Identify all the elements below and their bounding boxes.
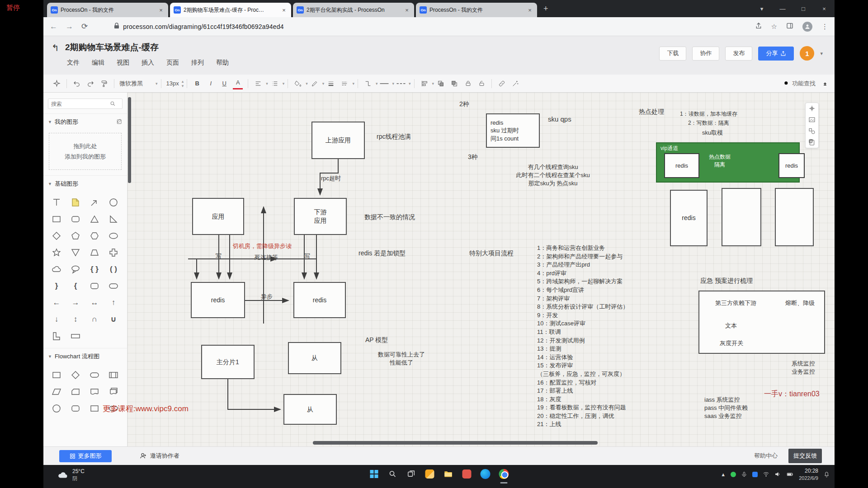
flow-box[interactable] <box>775 188 814 246</box>
tab-close-icon[interactable]: × <box>280 7 288 14</box>
bookmark-star-icon[interactable]: ☆ <box>771 23 777 31</box>
feature-search[interactable]: 功能查找 <box>783 80 816 88</box>
basic-shape-inv-triangle[interactable] <box>66 244 85 261</box>
basic-shape-glyph↑[interactable]: ↑ <box>104 294 123 311</box>
basic-shape-glyph↕[interactable]: ↕ <box>66 311 85 328</box>
basic-shape-pentagon[interactable] <box>66 227 85 244</box>
browser-tab[interactable]: OnProcessOn - 我的文件× <box>416 3 537 17</box>
flow-box[interactable]: 下游 应用 <box>294 198 347 235</box>
microphone-icon[interactable] <box>741 471 747 478</box>
project-process-list[interactable]: 1：商务和运营在创新业务 2：架构师和产品经理要一起参与 3：产品经理产出prd… <box>537 244 628 429</box>
canvas-label[interactable]: 1：读数据，加本地缓存 <box>680 110 737 118</box>
shapes-panel-icon[interactable] <box>808 127 816 135</box>
canvas-label[interactable]: 死连接等 <box>255 253 278 262</box>
line-dashed-icon[interactable] <box>396 78 406 89</box>
basic-shape-callout[interactable] <box>66 261 85 277</box>
vip-redis-box[interactable]: redis <box>664 153 699 178</box>
feedback-button[interactable]: 提交反馈 <box>788 449 822 463</box>
flowchart-shape-diamond[interactable] <box>66 366 85 383</box>
canvas-label[interactable]: 应急 预案进行梳理 <box>700 277 753 286</box>
browser-tab[interactable]: On2期平台化架构实战 - ProcessOn× <box>293 3 414 17</box>
shape-search-box[interactable] <box>48 99 123 109</box>
menu-视图[interactable]: 视图 <box>117 59 129 67</box>
basic-shape-glyph←[interactable]: ← <box>47 294 66 311</box>
lock-icon[interactable] <box>463 78 473 89</box>
flow-box[interactable]: 从 <box>288 342 341 374</box>
forward-icon[interactable]: → <box>66 22 73 31</box>
flow-box[interactable]: 主分片1 <box>201 345 255 379</box>
undo-icon[interactable] <box>72 78 82 89</box>
edit-shapes-icon[interactable] <box>116 118 123 126</box>
url-text[interactable]: processon.com/diagraming/61cc4f19f346fb0… <box>123 23 283 30</box>
basic-shape-glyph{ }[interactable]: { } <box>85 261 104 277</box>
basic-shape-ellipse[interactable] <box>104 227 123 244</box>
more-shapes-button[interactable]: 更多图形 <box>59 450 112 462</box>
diagram-canvas[interactable]: vip通道 redis 热点数据 隔离 redis 1：商务和运营在创新业务 2… <box>127 93 835 446</box>
underline-button[interactable]: U <box>219 78 229 89</box>
font-family-select[interactable]: 微软雅黑 <box>119 78 153 89</box>
canvas-label[interactable]: 热点处理 <box>639 108 664 117</box>
flow-box[interactable]: redis <box>670 190 708 246</box>
basic-shape-l-shape[interactable] <box>47 328 66 344</box>
basic-shape-glyph↔[interactable]: ↔ <box>85 294 104 311</box>
canvas-vertical-scrollbar[interactable] <box>128 97 131 183</box>
lock-icon[interactable] <box>114 23 119 31</box>
canvas-label[interactable]: iass 系统监控 pass 中间件依赖 saas 业务监控 <box>704 396 748 421</box>
basic-shape-glyph( )[interactable]: ( ) <box>104 261 123 277</box>
basic-shape-star[interactable] <box>47 244 66 261</box>
basic-shape-rect-wide[interactable] <box>66 328 85 344</box>
battery-icon[interactable] <box>786 471 794 478</box>
basic-shape-right-triangle[interactable] <box>104 211 123 227</box>
download-button[interactable]: 下载 <box>659 47 686 61</box>
maximize-button[interactable]: □ <box>793 0 814 17</box>
notification-bell-icon[interactable] <box>823 471 830 478</box>
taskbar-icon-chrome[interactable] <box>498 468 510 480</box>
basic-shape-glyph{[interactable]: { <box>66 277 85 294</box>
flowchart-shape-circle[interactable] <box>47 400 66 417</box>
basic-shape-glyph∩[interactable]: ∩ <box>85 311 104 328</box>
redo-icon[interactable] <box>85 78 95 89</box>
basic-shape-stadium[interactable] <box>104 277 123 294</box>
user-avatar[interactable]: 1 <box>800 46 814 61</box>
help-center-link[interactable]: 帮助中心 <box>754 452 778 460</box>
flowchart-shape-subprocess[interactable] <box>104 366 123 383</box>
basic-shape-note[interactable] <box>66 194 85 211</box>
list-icon[interactable] <box>270 78 280 89</box>
avatar-chevron-icon[interactable]: ▾ <box>820 51 823 56</box>
canvas-label[interactable]: sku qps <box>548 114 571 124</box>
basic-shape-cloud[interactable] <box>47 261 66 277</box>
browser-menu-icon[interactable]: ⋮ <box>821 23 828 31</box>
browser-tab[interactable]: On2期购物车场景难点-缓存 - Proc…× <box>170 3 291 17</box>
flow-box[interactable] <box>722 188 761 246</box>
canvas-label[interactable]: 写 <box>216 252 222 260</box>
wifi-icon[interactable] <box>763 471 769 478</box>
menu-编辑[interactable]: 编辑 <box>92 59 104 67</box>
font-size-stepper[interactable]: ▴▾ <box>182 79 184 88</box>
canvas-label[interactable]: redis 若是加锁型 <box>359 249 406 258</box>
bold-button[interactable]: B <box>192 78 202 89</box>
taskbar-icon-edge[interactable] <box>479 468 492 480</box>
taskbar-icon-search[interactable] <box>387 468 399 480</box>
vip-channel-box[interactable]: vip通道 redis 热点数据 隔离 redis <box>656 142 800 183</box>
shape-search-input[interactable] <box>51 101 110 107</box>
canvas-label[interactable]: rpc超时 <box>321 174 341 183</box>
clipboard-panel-icon[interactable] <box>808 139 816 146</box>
flow-box[interactable]: redis <box>293 282 346 318</box>
basic-shape-glyph}[interactable]: } <box>47 277 66 294</box>
basic-shape-glyph→[interactable]: → <box>66 294 85 311</box>
fill-color-icon[interactable] <box>293 78 303 89</box>
canvas-label[interactable]: AP 模型 <box>365 336 388 345</box>
menu-页面[interactable]: 页面 <box>166 59 179 67</box>
my-shapes-section[interactable]: ▼ 我的图形 <box>43 113 127 130</box>
canvas-label[interactable]: rpc线程池满 <box>377 132 410 141</box>
shape-drop-zone[interactable]: 拖到此处 添加到我的图形 <box>49 133 122 170</box>
canvas-label[interactable]: 切机房，需降级异步读 <box>233 242 292 250</box>
collaborate-button[interactable]: 协作 <box>692 47 719 61</box>
flowchart-shape-multidoc[interactable] <box>104 383 123 400</box>
canvas-label[interactable]: 数据不一致的情况 <box>364 213 415 222</box>
basic-shape-rounded-rect[interactable] <box>85 277 104 294</box>
canvas-label[interactable]: 2：写数据：隔离 <box>688 119 729 127</box>
basic-shape-trapezoid[interactable] <box>85 244 104 261</box>
back-to-files-icon[interactable]: ↰ <box>52 42 59 53</box>
italic-button[interactable]: I <box>206 78 216 89</box>
